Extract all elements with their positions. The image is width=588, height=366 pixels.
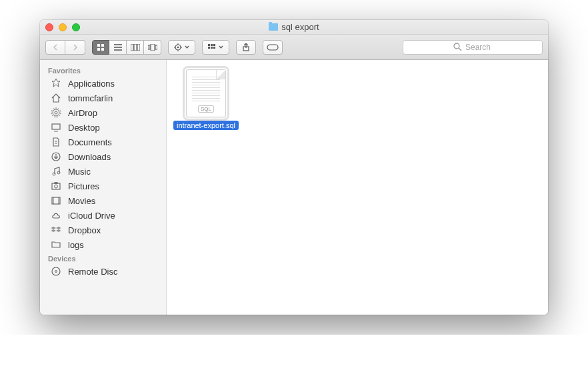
sidebar-item-label: Desktop [68, 123, 100, 133]
chevron-right-icon [73, 44, 78, 51]
sidebar-item-movies[interactable]: Movies [40, 193, 166, 208]
svg-rect-20 [211, 44, 213, 46]
search-wrap [403, 40, 543, 55]
sidebar-section-favorites: Favorites [40, 64, 166, 76]
svg-rect-12 [155, 45, 157, 49]
grid-icon [97, 43, 105, 51]
sidebar-item-desktop[interactable]: Desktop [40, 120, 166, 135]
tags-group [263, 40, 283, 55]
sidebar-item-dropbox[interactable]: Dropbox [40, 223, 166, 237]
sidebar-item-music[interactable]: Music [40, 164, 166, 179]
svg-rect-7 [131, 44, 133, 51]
sidebar-item-home[interactable]: tommcfarlin [40, 91, 166, 105]
group-button-group [202, 40, 229, 55]
sidebar-item-label: Applications [68, 79, 115, 89]
search-input[interactable] [403, 40, 543, 55]
sidebar-item-label: Documents [68, 137, 112, 147]
sidebar-item-label: tommcfarlin [68, 93, 113, 103]
chevron-left-icon [53, 44, 58, 51]
pictures-icon [51, 181, 63, 191]
sidebar-item-label: iCloud Drive [68, 211, 115, 221]
sql-file-icon: SQL [186, 69, 226, 117]
coverflow-icon [148, 44, 157, 51]
share-icon [243, 43, 249, 51]
svg-rect-10 [148, 45, 150, 49]
sidebar-item-label: AirDrop [68, 108, 97, 118]
svg-rect-21 [213, 44, 215, 46]
sidebar-item-airdrop[interactable]: AirDrop [40, 105, 166, 120]
toolbar [40, 35, 548, 60]
sidebar-item-label: Remote Disc [68, 267, 117, 277]
sidebar-item-icloud[interactable]: iCloud Drive [40, 208, 166, 223]
desktop-icon [51, 122, 63, 133]
home-icon [51, 93, 63, 103]
file-name-label[interactable]: intranet-export.sql [173, 121, 239, 130]
tags-button[interactable] [263, 40, 283, 55]
chevron-down-icon [219, 45, 223, 49]
svg-rect-19 [208, 44, 210, 46]
list-icon [114, 44, 122, 51]
window-title: sql export [40, 22, 548, 32]
tag-icon [267, 44, 279, 51]
nav-buttons [45, 40, 85, 55]
sidebar-item-label: logs [68, 240, 84, 250]
music-icon [51, 166, 63, 177]
svg-rect-11 [151, 44, 155, 51]
folder-icon [269, 23, 278, 31]
applications-icon [51, 78, 63, 89]
sidebar-item-documents[interactable]: Documents [40, 135, 166, 149]
arrange-button[interactable] [168, 40, 195, 55]
share-button[interactable] [236, 40, 256, 55]
columns-icon [131, 44, 140, 51]
forward-button[interactable] [65, 40, 85, 55]
share-group [236, 40, 256, 55]
icon-view-button[interactable] [92, 40, 109, 55]
arrange-group [168, 40, 195, 55]
svg-point-30 [53, 109, 59, 116]
folder-icon [51, 239, 63, 250]
minimize-button[interactable] [59, 23, 67, 31]
window-title-text: sql export [281, 22, 319, 32]
svg-rect-26 [267, 45, 278, 50]
dropbox-icon [51, 225, 63, 235]
sidebar-item-pictures[interactable]: Pictures [40, 179, 166, 193]
movies-icon [51, 195, 63, 206]
coverflow-view-button[interactable] [144, 40, 161, 55]
sidebar-item-logs[interactable]: logs [40, 237, 166, 252]
list-view-button[interactable] [109, 40, 127, 55]
titlebar[interactable]: sql export [40, 20, 548, 35]
sidebar-item-label: Pictures [68, 181, 99, 191]
finder-window: sql export [40, 20, 548, 315]
downloads-icon [51, 151, 63, 162]
sidebar-item-applications[interactable]: Applications [40, 76, 166, 91]
documents-icon [51, 137, 63, 147]
svg-rect-23 [211, 47, 213, 49]
sidebar-item-downloads[interactable]: Downloads [40, 149, 166, 164]
svg-rect-1 [101, 44, 104, 47]
svg-rect-22 [208, 47, 210, 49]
zoom-button[interactable] [72, 23, 80, 31]
file-item[interactable]: SQL intranet-export.sql [176, 69, 236, 130]
svg-point-45 [52, 267, 60, 275]
svg-rect-0 [97, 44, 100, 47]
sidebar-item-label: Movies [68, 196, 95, 206]
close-button[interactable] [45, 23, 53, 31]
gear-icon [174, 43, 182, 51]
svg-point-40 [55, 185, 58, 188]
back-button[interactable] [45, 40, 65, 55]
group-button[interactable] [202, 40, 229, 55]
svg-rect-3 [101, 48, 104, 51]
column-view-button[interactable] [127, 40, 144, 55]
svg-rect-39 [52, 183, 60, 189]
svg-point-46 [55, 271, 57, 273]
chevron-down-icon [185, 45, 189, 49]
svg-rect-8 [134, 44, 137, 51]
disc-icon [51, 266, 63, 277]
sidebar-item-remote-disc[interactable]: Remote Disc [40, 264, 166, 279]
body: Favorites Applications tommcfarlin AirDr… [40, 60, 548, 315]
content-area[interactable]: SQL intranet-export.sql [167, 60, 548, 315]
view-buttons [92, 40, 161, 55]
airdrop-icon [51, 107, 63, 118]
sidebar[interactable]: Favorites Applications tommcfarlin AirDr… [40, 60, 167, 315]
traffic-lights [45, 23, 80, 31]
